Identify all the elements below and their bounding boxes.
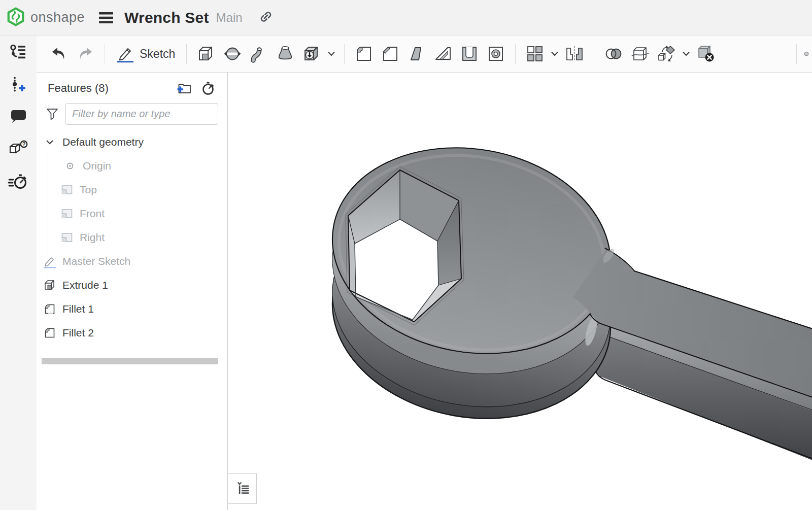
speed-timer-icon [7, 171, 29, 192]
filter-input[interactable] [65, 103, 218, 125]
document-menu-button[interactable] [98, 11, 114, 25]
chevron-down-icon [327, 51, 335, 57]
tree-guide-line [48, 156, 48, 314]
toolbar-separator [594, 44, 594, 64]
feature-toolbar: Sketch [37, 36, 812, 73]
features-panel: Features (8) [37, 73, 228, 510]
sketch-pencil-icon [116, 45, 134, 63]
tree-item-label: Extrude 1 [62, 279, 108, 291]
rollback-bar[interactable] [42, 358, 218, 364]
learning-tab[interactable]: ? [7, 139, 29, 160]
clipped-toolbar-button[interactable] [802, 44, 809, 64]
onshape-app: onshape Wrench Set Main [0, 0, 812, 510]
chevron-down-icon [43, 137, 57, 147]
draft-button[interactable] [407, 44, 427, 64]
svg-text:?: ? [22, 141, 26, 147]
fillet-icon [354, 44, 374, 64]
tree-item-default-geometry[interactable]: Default geometry [37, 130, 227, 154]
add-folder-icon [177, 82, 192, 95]
origin-icon [63, 160, 77, 172]
feature-list-tab[interactable] [7, 43, 29, 64]
tree-item-label: Fillet 1 [62, 303, 94, 315]
plane-icon [60, 183, 74, 196]
tree-item-label: Front [80, 208, 105, 220]
import-derived-button[interactable] [301, 44, 322, 64]
model-viewport[interactable] [228, 73, 812, 510]
comments-tab[interactable] [7, 107, 29, 128]
redo-button[interactable] [75, 44, 95, 64]
app-header: onshape Wrench Set Main [0, 0, 812, 36]
toolbar-separator [105, 44, 105, 64]
tree-item-front-plane[interactable]: Front [37, 201, 227, 225]
tree-item-top-plane[interactable]: Top [37, 178, 227, 201]
sketch-label: Sketch [140, 47, 175, 61]
fillet-button[interactable] [354, 44, 374, 64]
sketch-button[interactable]: Sketch [116, 45, 175, 63]
add-folder-button[interactable] [176, 81, 193, 96]
tree-item-extrude-1[interactable]: Extrude 1 [37, 273, 227, 297]
document-title[interactable]: Wrench Set [124, 9, 209, 26]
loft-icon [275, 44, 295, 64]
fillet-icon [43, 326, 57, 339]
tree-item-master-sketch[interactable]: Master Sketch [37, 249, 227, 273]
plane-icon [60, 231, 74, 244]
tree-item-fillet-2[interactable]: Fillet 2 [37, 321, 227, 345]
revolve-button[interactable] [222, 44, 243, 64]
chamfer-icon [380, 44, 400, 64]
linear-pattern-button[interactable] [525, 44, 545, 64]
boolean-icon [603, 44, 624, 64]
hole-button[interactable] [486, 44, 506, 64]
feature-list-icon [8, 43, 28, 63]
funnel-icon [45, 107, 59, 121]
loft-button[interactable] [275, 44, 295, 64]
extrude-icon [43, 279, 57, 292]
extrude-button[interactable] [196, 44, 216, 64]
tree-item-label: Default geometry [62, 136, 144, 148]
sweep-button[interactable] [249, 44, 269, 64]
performance-tab[interactable] [7, 171, 29, 192]
insert-version-tab[interactable] [7, 75, 29, 96]
transform-dropdown-button[interactable] [681, 44, 692, 64]
tree-item-right-plane[interactable]: Right [37, 225, 227, 249]
share-link-button[interactable] [258, 9, 274, 27]
mirror-button[interactable] [564, 44, 585, 64]
shell-button[interactable] [459, 44, 480, 64]
workspace-branch[interactable]: Main [216, 11, 243, 25]
onshape-logo-icon [6, 7, 25, 28]
draft-icon [407, 44, 427, 64]
derived-part-icon [301, 44, 322, 64]
wrench-3d-model [228, 73, 812, 510]
split-button[interactable] [630, 44, 650, 64]
split-icon [630, 44, 650, 64]
features-panel-header: Features (8) [37, 73, 227, 100]
tree-item-label: Right [80, 231, 105, 244]
undo-button[interactable] [49, 44, 69, 64]
clipped-icon [802, 44, 809, 64]
boolean-button[interactable] [603, 44, 624, 64]
collapse-panel-button[interactable] [228, 473, 257, 504]
filter-button[interactable] [44, 107, 61, 122]
hole-icon [486, 44, 506, 64]
mirror-icon [564, 44, 585, 64]
tree-item-fillet-1[interactable]: Fillet 1 [37, 297, 227, 321]
transform-button[interactable] [656, 44, 676, 64]
rib-button[interactable] [433, 44, 453, 64]
features-title: Features (8) [48, 82, 168, 95]
boss-dropdown-button[interactable] [326, 44, 337, 64]
tree-item-origin[interactable]: Origin [37, 154, 227, 178]
plane-icon [60, 207, 74, 220]
delete-part-button[interactable] [696, 44, 716, 64]
filter-row [37, 100, 227, 130]
chamfer-button[interactable] [380, 44, 400, 64]
stopwatch-icon [201, 81, 216, 96]
toolbar-separator [344, 44, 345, 64]
insert-version-icon [8, 75, 28, 95]
left-sidebar: ? [0, 36, 37, 510]
feature-timer-button[interactable] [200, 81, 217, 96]
revolve-icon [222, 44, 243, 64]
tree-item-label: Fillet 2 [62, 327, 94, 339]
content-column: Sketch [37, 36, 812, 510]
pattern-dropdown-button[interactable] [549, 44, 560, 64]
chevron-down-icon [551, 51, 559, 57]
collapse-list-icon [233, 480, 252, 498]
